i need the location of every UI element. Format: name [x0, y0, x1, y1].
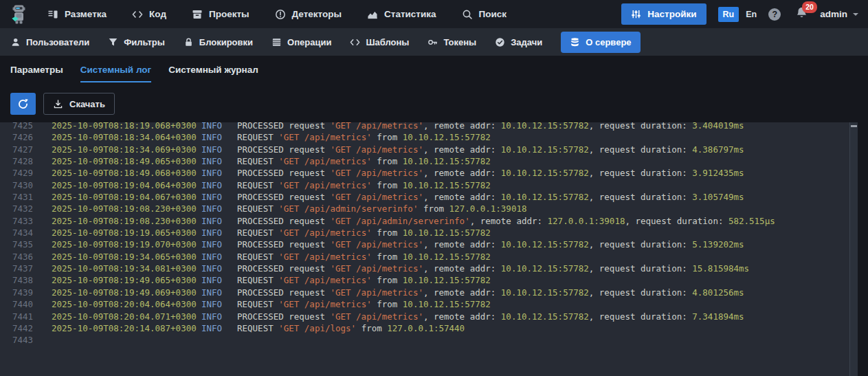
log-timestamp: 2025-10-09T08:20:14.087+0300	[52, 322, 201, 334]
subnav-item-tokens[interactable]: Токены	[427, 37, 476, 47]
code-icon	[132, 9, 143, 20]
main-menu: Разметка Код Проекты Детекторы Статистик…	[47, 9, 507, 20]
log-level: INFO	[201, 322, 237, 334]
topnav-item-markup[interactable]: Разметка	[47, 9, 107, 20]
log-line: 7438 2025-10-09T08:19:49.065+0300 INFO R…	[0, 274, 849, 286]
log-message: PROCESSED request 'GET /api/metrics', re…	[237, 263, 849, 274]
subnav-item-label: Задачи	[511, 37, 542, 47]
projects-icon	[192, 9, 203, 20]
log-level	[201, 334, 237, 346]
log-line-number: 7438	[0, 274, 52, 286]
log-message: PROCESSED request 'GET /api/metrics', re…	[237, 144, 849, 155]
log-message: PROCESSED request 'GET /api/metrics', re…	[237, 191, 849, 203]
log-line-number: 7430	[0, 179, 52, 191]
subnav-item-filters[interactable]: Фильтры	[108, 37, 165, 47]
log-level: INFO	[201, 122, 237, 131]
log-line: 7434 2025-10-09T08:19:19.065+0300 INFO R…	[0, 227, 849, 239]
log-toolbar: Скачать	[10, 93, 858, 115]
log-line-number: 7429	[0, 167, 52, 179]
tab-parameters[interactable]: Параметры	[10, 65, 63, 82]
log-message: PROCESSED request 'GET /api/metrics', re…	[237, 311, 849, 322]
log-scroll-area[interactable]: 7425 2025-10-09T08:18:19.068+0300 INFO P…	[0, 122, 849, 376]
log-message: PROCESSED request 'GET /api/metrics', re…	[237, 167, 849, 179]
log-timestamp: 2025-10-09T08:19:08.230+0300	[52, 203, 201, 214]
log-message: REQUEST 'GET /api/metrics' from 10.10.12…	[237, 274, 849, 286]
topnav-item-code[interactable]: Код	[132, 9, 166, 20]
log-line: 7440 2025-10-09T08:20:04.064+0300 INFO R…	[0, 298, 849, 310]
log-line: 7429 2025-10-09T08:18:49.068+0300 INFO P…	[0, 167, 849, 179]
log-message: REQUEST 'GET /api/metrics' from 10.10.12…	[237, 131, 849, 143]
lang-ru-button[interactable]: Ru	[718, 7, 739, 22]
log-message: PROCESSED request 'GET /api/metrics', re…	[237, 239, 849, 250]
log-message: PROCESSED request 'GET /api/metrics', re…	[237, 287, 849, 298]
log-timestamp: 2025-10-09T08:19:49.069+0300	[52, 287, 201, 298]
log-line: 7433 2025-10-09T08:19:08.230+0300 INFO P…	[0, 215, 849, 227]
log-line: 7430 2025-10-09T08:19:04.064+0300 INFO R…	[0, 179, 849, 191]
download-button-label: Скачать	[69, 99, 105, 109]
log-line-number: 7432	[0, 203, 52, 214]
log-timestamp: 2025-10-09T08:19:04.067+0300	[52, 191, 201, 203]
log-line: 7432 2025-10-09T08:19:08.230+0300 INFO R…	[0, 203, 849, 214]
subnav-item-templates[interactable]: Шаблоны	[350, 37, 409, 47]
log-level: INFO	[201, 263, 237, 274]
topnav-item-statistics[interactable]: Статистика	[367, 9, 436, 20]
subnav-item-locks[interactable]: Блокировки	[183, 37, 253, 47]
log-line: 7443	[0, 334, 849, 346]
search-icon	[462, 9, 473, 20]
log-timestamp: 2025-10-09T08:18:19.068+0300	[52, 122, 201, 131]
log-timestamp: 2025-10-09T08:19:19.065+0300	[52, 227, 201, 239]
log-line: 7428 2025-10-09T08:18:49.065+0300 INFO R…	[0, 155, 849, 167]
subnav-item-label: Фильтры	[124, 37, 165, 47]
section-navigation-bar: Пользователи Фильтры Блокировки Операции…	[0, 28, 868, 56]
subnav-item-label: Токены	[443, 37, 476, 47]
app-logo[interactable]	[10, 3, 29, 25]
templates-icon	[350, 37, 360, 47]
log-line-number: 7440	[0, 298, 52, 310]
user-name: admin	[820, 9, 847, 19]
topnav-item-projects[interactable]: Проекты	[192, 9, 249, 20]
log-message: REQUEST 'GET /api/logs' from 127.0.0.1:5…	[237, 322, 849, 334]
log-line-number: 7427	[0, 144, 52, 155]
log-timestamp: 2025-10-09T08:19:49.065+0300	[52, 274, 201, 286]
user-menu[interactable]: admin	[820, 9, 858, 19]
log-message: REQUEST 'GET /api/admin/serverinfo' from…	[237, 203, 849, 214]
operations-icon	[271, 37, 282, 47]
log-line: 7437 2025-10-09T08:19:34.081+0300 INFO P…	[0, 263, 849, 274]
lang-en-button[interactable]: En	[746, 10, 757, 19]
subnav-item-operations[interactable]: Операции	[271, 37, 331, 47]
top-navigation-bar: Разметка Код Проекты Детекторы Статистик…	[0, 0, 868, 28]
log-content: 7425 2025-10-09T08:18:19.068+0300 INFO P…	[0, 122, 849, 346]
lock-icon	[183, 37, 194, 47]
log-line-number: 7441	[0, 311, 52, 322]
topnav-item-detectors[interactable]: Детекторы	[275, 9, 342, 20]
tab-system-log[interactable]: Системный лог	[80, 65, 152, 82]
log-level: INFO	[201, 298, 237, 310]
log-message: REQUEST 'GET /api/metrics' from 10.10.12…	[237, 227, 849, 239]
subnav-item-users[interactable]: Пользователи	[10, 37, 89, 47]
log-message: REQUEST 'GET /api/metrics' from 10.10.12…	[237, 179, 849, 191]
log-timestamp: 2025-10-09T08:18:34.064+0300	[52, 131, 201, 143]
log-line-number: 7439	[0, 287, 52, 298]
tasks-icon	[495, 37, 505, 47]
topnav-item-search[interactable]: Поиск	[462, 9, 507, 20]
log-timestamp: 2025-10-09T08:19:34.065+0300	[52, 251, 201, 263]
tab-system-journal[interactable]: Системный журнал	[168, 65, 258, 82]
refresh-button[interactable]	[10, 93, 36, 115]
log-line: 7436 2025-10-09T08:19:34.065+0300 INFO R…	[0, 251, 849, 263]
vertical-scrollbar[interactable]	[849, 122, 858, 376]
subnav-item-label: Шаблоны	[366, 37, 409, 47]
help-icon[interactable]: ?	[768, 8, 781, 21]
log-line-number: 7428	[0, 155, 52, 167]
download-button[interactable]: Скачать	[43, 93, 115, 115]
log-level: INFO	[201, 155, 237, 167]
log-timestamp: 2025-10-09T08:18:49.065+0300	[52, 155, 201, 167]
notifications-button[interactable]: 20	[795, 6, 808, 22]
log-timestamp: 2025-10-09T08:19:08.230+0300	[52, 215, 201, 227]
scrollbar-thumb[interactable]	[851, 125, 857, 127]
log-level: INFO	[201, 144, 237, 155]
markup-icon	[47, 9, 58, 20]
subnav-item-tasks[interactable]: Задачи	[495, 37, 542, 47]
settings-button[interactable]: Настройки	[621, 3, 706, 25]
subnav-item-server-info[interactable]: О сервере	[561, 32, 640, 53]
notifications-badge: 20	[802, 1, 817, 13]
